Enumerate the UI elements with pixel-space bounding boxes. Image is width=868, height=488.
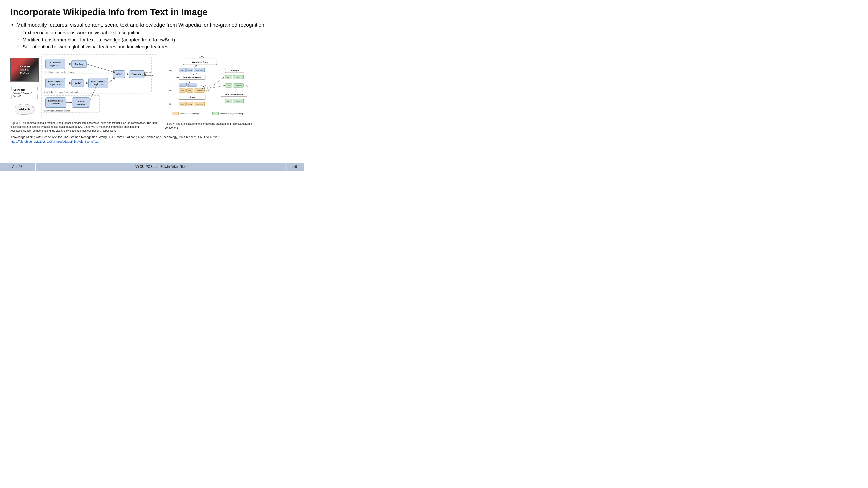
- svg-text:TransformerBlock: TransformerBlock: [183, 76, 201, 78]
- figure4-svg: H'l Weighted Sum H'lp joint party Lenina…: [165, 54, 256, 119]
- svg-text:party: party: [227, 100, 230, 102]
- svg-text:VKAC: VKAC: [116, 73, 122, 76]
- footer: Apr-23 NYCU PCS Lab Edwin Arkel Rios 19: [0, 163, 304, 171]
- scene-text-box: Scene text "doctors", "against", "diesel…: [11, 87, 37, 99]
- svg-line-108: [210, 86, 225, 88]
- svg-text:party: party: [181, 84, 184, 86]
- svg-text:Se: Se: [246, 85, 248, 87]
- svg-text:Hl: Hl: [169, 103, 171, 106]
- figure2-svg: Visual Features Extraction Branch Knowle…: [41, 54, 158, 119]
- svg-rect-113: [213, 112, 219, 115]
- svg-rect-36: [72, 98, 90, 107]
- svg-text:party: party: [227, 76, 230, 78]
- svg-text:joint: joint: [181, 69, 184, 71]
- wikipedia-cloud: Wikipedia: [15, 104, 34, 115]
- svg-text:environment: environment: [142, 74, 153, 76]
- slide-title: Incorporate Wikipedia Info from Text in …: [10, 7, 293, 18]
- svg-text:Leninade: Leninade: [196, 103, 203, 105]
- svg-text:party: party: [227, 85, 230, 87]
- svg-text:v: v: [196, 72, 197, 74]
- reference-link[interactable]: https://github.com/MCLAB-OCR/KnowledgeMi…: [10, 140, 98, 143]
- svg-text:q: q: [176, 76, 177, 78]
- svg-text:TransformerBlock: TransformerBlock: [225, 93, 243, 96]
- bullet-list: Multimodality features: visual content, …: [10, 21, 293, 50]
- svg-line-26: [86, 64, 115, 72]
- footer-date: Apr-23: [0, 163, 35, 171]
- reference-section: Knowledge Mining with Scene Text for Fin…: [10, 135, 293, 144]
- svg-line-25: [108, 78, 115, 83]
- svg-text:party: party: [188, 69, 192, 71]
- sub-bullet-list: Text recognition previous work on visual…: [17, 30, 293, 50]
- svg-text:F: F: [246, 76, 247, 78]
- svg-rect-7: [45, 59, 65, 69]
- figure4-caption: Figure 4. The architecture of the knowle…: [165, 122, 256, 130]
- svg-text:H'l: H'l: [201, 56, 204, 59]
- svg-text:Knowledge-Enhanced Features Br: Knowledge-Enhanced Features Branch: [44, 91, 78, 93]
- svg-text:Entity candidate: Entity candidate: [48, 100, 63, 102]
- diagrams-row: DOCTORSagainstDIESEL Scene text "doctors…: [10, 54, 293, 133]
- figure2-container: DOCTORSagainstDIESEL Scene text "doctors…: [10, 54, 158, 133]
- svg-text:joint: joint: [181, 103, 184, 105]
- svg-text:contextual embeddings: contextual embeddings: [180, 112, 199, 115]
- svg-text:joint: joint: [181, 90, 184, 92]
- footer-page: 19: [286, 163, 304, 171]
- scene-text-label: Scene text: [13, 88, 36, 92]
- svg-text:Leninade: Leninade: [196, 69, 203, 71]
- sub-bullet-3: Self-attention between global visual fea…: [17, 43, 293, 50]
- svg-text:H'lp: H'lp: [169, 69, 172, 72]
- svg-text:Leninade: Leninade: [235, 100, 242, 102]
- svg-text:encoder: encoder: [77, 103, 85, 105]
- svg-text:Knowledge Extraction Branch: Knowledge Extraction Branch: [44, 110, 70, 112]
- svg-text:+: +: [206, 86, 208, 90]
- svg-line-53: [194, 65, 197, 68]
- svg-line-103: [189, 79, 192, 83]
- svg-text:Average: Average: [230, 69, 239, 72]
- svg-line-105: [199, 85, 204, 87]
- sub-bullet-1: Text recognition previous work on visual…: [17, 30, 293, 36]
- reference-text: Knowledge Mining with Scene Text for Fin…: [10, 135, 293, 139]
- svg-text:KARC: KARC: [75, 82, 81, 85]
- svg-text:Visual Features Extraction Bra: Visual Features Extraction Branch: [44, 71, 74, 73]
- svg-text:Leninade: Leninade: [235, 76, 242, 78]
- sub-bullet-2: Modified transformer block for text+know…: [17, 37, 293, 43]
- svg-text:Weighted Sum: Weighted Sum: [192, 61, 208, 63]
- left-side-labels: DOCTORSagainstDIESEL Scene text "doctors…: [10, 56, 39, 114]
- svg-text:party: party: [188, 90, 192, 92]
- svg-text:Layer: 11~12: Layer: 11~12: [93, 84, 104, 86]
- svg-text:k: k: [190, 72, 192, 74]
- svg-rect-19: [89, 78, 108, 88]
- scene-text-values: "doctors", "against", "diesel": [13, 92, 36, 98]
- svg-text:BERT encoder: BERT encoder: [91, 80, 105, 83]
- footer-title: NYCU PCS Lab Edwin Arkel Rios: [36, 163, 286, 171]
- slide: Incorporate Wikipedia Info from Text in …: [0, 0, 304, 171]
- svg-text:Se: Se: [169, 84, 172, 86]
- svg-text:selectors: selectors: [52, 103, 60, 105]
- bullet-item-1: Multimodality features: visual content, …: [10, 21, 293, 50]
- svg-text:candidate entity embeddings: candidate entity embeddings: [220, 112, 244, 115]
- svg-text:Leninade: Leninade: [235, 85, 242, 87]
- figure4-container: H'l Weighted Sum H'lp joint party Lenina…: [165, 54, 256, 130]
- svg-text:protect: protect: [144, 71, 151, 74]
- svg-text:Hlp: Hlp: [169, 89, 172, 92]
- svg-rect-111: [173, 112, 179, 115]
- doctors-diesel-text: DOCTORSagainstDIESEL: [19, 65, 31, 74]
- svg-rect-13: [45, 78, 65, 88]
- svg-text:Entity: Entity: [78, 100, 84, 103]
- svg-text:Classifier: Classifier: [132, 73, 142, 76]
- svg-text:Layer: 0~10: Layer: 0~10: [50, 84, 61, 86]
- svg-text:Layer: 0~12: Layer: 0~12: [50, 64, 61, 67]
- svg-line-107: [210, 77, 224, 88]
- svg-text:party: party: [188, 103, 192, 105]
- svg-text:ViT encoder: ViT encoder: [50, 61, 61, 64]
- svg-text:Leninade: Leninade: [188, 84, 195, 86]
- svg-text:Leninade: Leninade: [196, 90, 203, 92]
- svg-text:BERT encoder: BERT encoder: [48, 80, 62, 83]
- svg-text:Pooling: Pooling: [75, 63, 83, 65]
- figure2-caption: Figure 2. The framework of our method. T…: [10, 121, 158, 133]
- figure2-image: DOCTORSagainstDIESEL: [10, 58, 39, 82]
